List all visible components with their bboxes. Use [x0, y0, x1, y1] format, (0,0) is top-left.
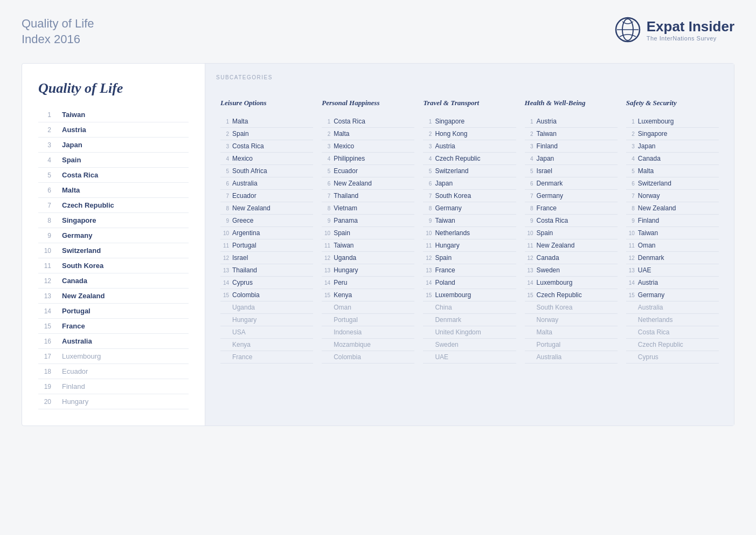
sub-country-name: Uganda — [334, 254, 356, 262]
rank-number: 17 — [38, 353, 51, 360]
rank-country: France — [62, 322, 85, 330]
sub-rank-number: 14 — [626, 280, 635, 286]
left-panel-title: Quality of Life — [38, 80, 189, 97]
rank-country: Taiwan — [62, 111, 85, 119]
sub-list-item: 10 Netherlands — [423, 227, 516, 239]
sub-country-name: Ecuador — [232, 192, 256, 200]
sub-list: 1 Luxembourg 2 Singapore 3 Japan 4 Canad… — [626, 115, 719, 363]
sub-list-item: 4 Czech Republic — [423, 153, 516, 165]
sub-list-item: 11 Taiwan — [322, 239, 414, 252]
rank-number: 6 — [38, 187, 51, 194]
sub-list: 1 Costa Rica 2 Malta 3 Mexico 4 Philippi… — [322, 115, 414, 363]
sub-list-item: 9 Panama — [322, 215, 414, 227]
main-content: Quality of Life 1 Taiwan 2 Austria 3 Jap… — [22, 63, 734, 426]
sub-rank-number: 7 — [220, 193, 229, 199]
sub-country-name: Czech Republic — [435, 155, 480, 162]
ranking-item: 19 Finland — [38, 379, 189, 394]
rank-number: 9 — [38, 232, 51, 239]
sub-column-header: Leisure Options — [220, 88, 313, 108]
sub-list-item: 1 Costa Rica — [322, 115, 414, 128]
sub-country-name: France — [232, 353, 252, 361]
sub-rank-number: 5 — [626, 168, 635, 174]
sub-rank-number: 10 — [525, 230, 533, 236]
left-panel: Quality of Life 1 Taiwan 2 Austria 3 Jap… — [22, 64, 205, 426]
sub-list-item: 5 Malta — [626, 165, 719, 177]
ranking-list: 1 Taiwan 2 Austria 3 Japan 4 Spain 5 Cos… — [38, 107, 189, 409]
sub-country-name: Canada — [638, 155, 661, 162]
rank-country: Spain — [62, 156, 81, 164]
sub-list-item: 13 Sweden — [525, 264, 618, 277]
rank-country: Hungary — [62, 397, 88, 406]
sub-rank-number: 10 — [220, 230, 229, 236]
ranking-item: 16 Australia — [38, 334, 189, 349]
sub-country-name: Malta — [232, 118, 248, 125]
sub-country-name: Finland — [638, 217, 659, 224]
sub-rank-number: 12 — [626, 255, 635, 261]
sub-country-name: Oman — [334, 304, 351, 311]
sub-rank-number: 1 — [220, 119, 229, 125]
sub-list-item: Malta — [525, 326, 618, 339]
sub-list-item: 9 Costa Rica — [525, 215, 618, 227]
sub-country-name: Malta — [638, 167, 654, 175]
rank-country: Switzerland — [62, 246, 101, 255]
sub-rank-number: 15 — [525, 292, 533, 298]
sub-country-name: Taiwan — [334, 242, 353, 249]
sub-list-item: 10 Spain — [322, 227, 414, 239]
sub-country-name: Luxembourg — [638, 118, 674, 125]
sub-country-name: Malta — [537, 328, 552, 336]
sub-rank-number: 2 — [220, 131, 229, 137]
sub-country-name: Spain — [537, 229, 553, 237]
rank-country: Germany — [62, 231, 92, 239]
sub-list-item: 9 Taiwan — [423, 215, 516, 227]
sub-list-item: 14 Luxembourg — [525, 277, 618, 289]
sub-list-item: 12 Canada — [525, 252, 618, 264]
ranking-item: 18 Ecuador — [38, 364, 189, 379]
sub-country-name: Portugal — [232, 242, 256, 249]
logo-subtitle: The InterNations Survey — [647, 35, 734, 42]
sub-country-name: Greece — [232, 217, 253, 224]
header: Quality of Life Index 2016 Expat Insider… — [22, 16, 734, 47]
sub-rank-number: 11 — [423, 243, 432, 249]
logo-area: Expat Insider The InterNations Survey — [614, 16, 734, 43]
sub-country-name: Hungary — [334, 266, 358, 274]
ranking-item: 7 Czech Republic — [38, 198, 189, 213]
rank-number: 19 — [38, 383, 51, 390]
right-panel: SUBCATEGORIES Leisure Options 1 Malta 2 … — [205, 64, 734, 426]
sub-country-name: Japan — [638, 142, 656, 150]
sub-list-item: 12 Spain — [423, 252, 516, 264]
sub-country-name: Germany — [537, 192, 563, 200]
sub-rank-number: 5 — [220, 168, 229, 174]
sub-country-name: New Zealand — [334, 180, 372, 187]
sub-column-header: Personal Happiness — [322, 88, 414, 108]
sub-list-item: 15 Kenya — [322, 289, 414, 301]
sub-rank-number: 10 — [322, 230, 330, 236]
sub-list-item: USA — [220, 326, 313, 339]
sub-rank-number: 12 — [322, 255, 330, 261]
rank-country: Austria — [62, 126, 86, 134]
sub-list-item: 2 Singapore — [626, 128, 719, 140]
rank-number: 16 — [38, 338, 51, 345]
sub-country-name: Malta — [334, 130, 349, 138]
rank-number: 1 — [38, 111, 51, 119]
sub-country-name: New Zealand — [638, 204, 676, 212]
ranking-item: 15 France — [38, 319, 189, 334]
sub-list-item: Australia — [626, 301, 719, 314]
sub-column-header: Safety & Security — [626, 88, 719, 108]
sub-country-name: Australia — [638, 304, 663, 311]
sub-country-name: South Korea — [537, 304, 573, 311]
sub-list-item: 3 Finland — [525, 140, 618, 153]
sub-rank-number: 8 — [423, 205, 432, 211]
rank-country: Malta — [62, 186, 80, 194]
sub-list-item: 13 Hungary — [322, 264, 414, 277]
sub-country-name: Taiwan — [638, 229, 658, 237]
ranking-item: 9 Germany — [38, 228, 189, 243]
sub-country-name: Uganda — [232, 304, 255, 311]
sub-list-item: 13 Thailand — [220, 264, 313, 277]
sub-rank-number: 2 — [322, 131, 330, 137]
ranking-item: 8 Singapore — [38, 213, 189, 228]
sub-country-name: Oman — [638, 242, 656, 249]
sub-country-name: Hungary — [232, 316, 256, 324]
sub-country-name: Costa Rica — [334, 118, 365, 125]
sub-country-name: Philippines — [334, 155, 365, 162]
logo-name: Expat Insider — [647, 18, 734, 35]
